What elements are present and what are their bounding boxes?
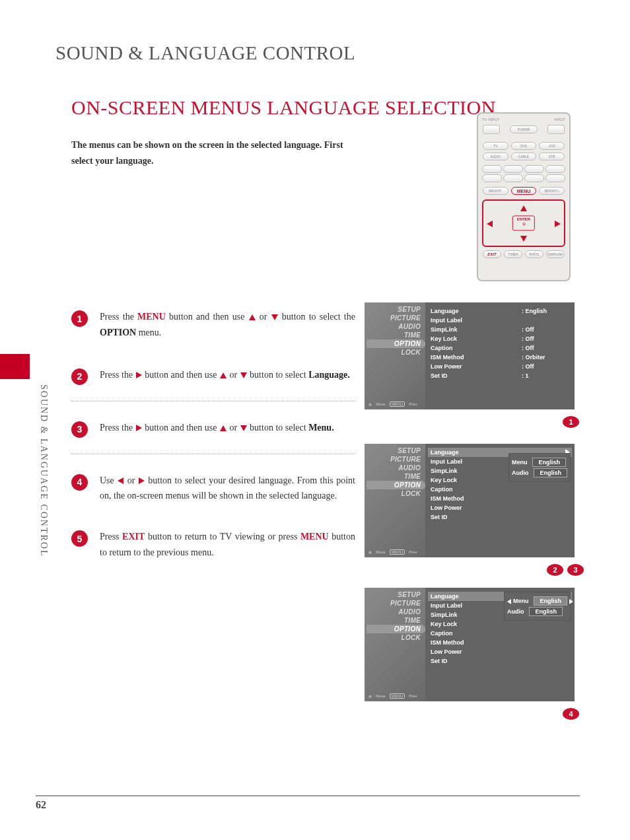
steps-list: 1 Press the MENU button and then use or … [71, 309, 355, 579]
osd-item-language[interactable]: Language [431, 308, 459, 314]
marker-circle: 4 [563, 708, 579, 720]
osd-item-simplink[interactable]: SimpLink [431, 326, 458, 333]
osd-tab-audio[interactable]: AUDIO [367, 464, 423, 472]
osd-tab-audio[interactable]: AUDIO [367, 322, 423, 331]
osd-tab-option[interactable]: OPTION [367, 339, 423, 348]
down-arrow-icon [271, 314, 278, 320]
osd-item-language[interactable]: Language [431, 449, 459, 456]
osd-item-keylock[interactable]: Key Lock [431, 477, 457, 483]
popup-audio-label[interactable]: Audio [507, 608, 524, 615]
remote-exit-button[interactable]: EXIT [483, 250, 501, 258]
remote-transport-stop[interactable] [482, 165, 502, 173]
marker-circle: 3 [567, 564, 584, 576]
osd-tab-setup[interactable]: SETUP [367, 590, 423, 599]
osd-item-inputlabel[interactable]: Input Label [431, 602, 462, 609]
remote-tvinput-button[interactable] [483, 125, 500, 134]
osd-item-keylock[interactable]: Key Lock [431, 621, 457, 627]
remote-dvd-button[interactable]: DVD [511, 142, 537, 150]
osd-item-inputlabel[interactable]: Input Label [431, 317, 462, 324]
osd-tab-setup[interactable]: SETUP [367, 446, 423, 455]
osd-item-caption[interactable]: Caption [431, 630, 453, 637]
osd-item-setid[interactable]: Set ID [431, 514, 448, 520]
osd-tab-lock[interactable]: LOCK [367, 633, 423, 642]
osd-item-keylock[interactable]: Key Lock [431, 335, 457, 342]
osd-tab-option[interactable]: OPTION [367, 481, 423, 489]
remote-power-button[interactable]: POWER [510, 125, 538, 133]
osd3-marker: 4 [563, 707, 579, 720]
osd-content: Language: English Input Label SimpLink: … [425, 302, 575, 409]
osd-tab-picture[interactable]: PICTURE [367, 314, 423, 322]
remote-transport-play[interactable] [503, 165, 523, 173]
osd-item-simplink[interactable]: SimpLink [431, 468, 458, 474]
remote-vcr-button[interactable]: VCR [539, 142, 565, 150]
remote-simplink-button[interactable]: SIMPLINK [546, 250, 565, 258]
osd-value: : English [522, 308, 569, 314]
right-arrow-icon [136, 425, 142, 431]
remote-transport-next[interactable] [545, 174, 565, 182]
popup-audio-label[interactable]: Audio [512, 470, 529, 476]
side-vertical-label: SOUND & LANGUAGE CONTROL [38, 384, 49, 557]
osd-item-lowpower[interactable]: Low Power [431, 648, 462, 655]
remote-audio-button[interactable]: AUDIO [483, 153, 508, 160]
popup-menu-label[interactable]: Menu [512, 459, 528, 466]
remote-timer-button[interactable]: TIMER [504, 250, 522, 258]
remote-transport-rec[interactable] [545, 165, 565, 173]
osd-item-setid[interactable]: Set ID [431, 372, 448, 379]
intro-text: The menus can be shown on the screen in … [71, 137, 355, 169]
remote-menu-button[interactable]: MENU [511, 187, 537, 195]
remote-tv-button[interactable]: TV [483, 142, 508, 150]
right-arrow-icon [139, 477, 145, 484]
osd-item-inputlabel[interactable]: Input Label [431, 458, 462, 465]
osd-item-ism[interactable]: ISM Method [431, 354, 464, 361]
remote-transport-rew[interactable] [503, 174, 523, 182]
step-text: Press the MENU button and then use or bu… [100, 309, 355, 341]
osd-item-language[interactable]: Language [431, 593, 459, 600]
step-number: 3 [71, 421, 88, 438]
osd-item-ism[interactable]: ISM Method [431, 639, 464, 646]
step-number: 1 [71, 310, 88, 327]
remote-transport-ff[interactable] [524, 174, 544, 182]
osd-item-simplink[interactable]: SimpLink [431, 612, 458, 618]
osd-item-lowpower[interactable]: Low Power [431, 505, 462, 511]
remote-input-button[interactable] [547, 125, 565, 134]
osd-item-ism[interactable]: ISM Method [431, 495, 464, 502]
osd-tab-lock[interactable]: LOCK [367, 348, 423, 357]
osd-tab-setup[interactable]: SETUP [367, 305, 423, 314]
osd-content: Language Input Label SimpLink Key Lock C… [425, 444, 575, 557]
step-3: 3 Press the button and then use or butto… [71, 420, 355, 454]
remote-transport-pause[interactable] [524, 165, 544, 173]
remote-brightminus-button[interactable]: BRIGHT- [483, 187, 508, 195]
remote-dpad-left[interactable] [486, 217, 493, 229]
osd-tab-time[interactable]: TIME [367, 616, 423, 625]
osd-sidebar: SETUP PICTURE AUDIO TIME OPTION LOCK ✥Mo… [365, 302, 425, 409]
popup-menu-label[interactable]: Menu [507, 598, 529, 604]
osd-item-setid[interactable]: Set ID [431, 658, 448, 664]
osd-tab-time[interactable]: TIME [367, 331, 423, 339]
remote-transport-prev[interactable] [482, 174, 502, 182]
osd-sidebar: SETUP PICTURE AUDIO TIME OPTION LOCK ✥Mo… [365, 444, 425, 557]
remote-stb-button[interactable]: STB [539, 153, 565, 160]
osd-item-lowpower[interactable]: Low Power [431, 363, 462, 370]
step-number: 4 [71, 474, 88, 491]
osd-tab-picture[interactable]: PICTURE [367, 599, 423, 608]
step-text: Use or button to select your desired lan… [100, 473, 355, 505]
up-arrow-icon [220, 372, 227, 378]
osd-item-caption[interactable]: Caption [431, 486, 453, 493]
remote-ratio-button[interactable]: RATIO [525, 250, 543, 258]
remote-dpad-right[interactable] [554, 217, 561, 229]
remote-dpad-up[interactable] [520, 202, 528, 214]
osd-tab-lock[interactable]: LOCK [367, 489, 423, 498]
step-text: Press the button and then use or button … [100, 420, 355, 438]
remote-cable-button[interactable]: CABLE [511, 153, 537, 160]
osd-tab-audio[interactable]: AUDIO [367, 608, 423, 616]
osd-tab-picture[interactable]: PICTURE [367, 455, 423, 464]
remote-brightplus-button[interactable]: BRIGHT+ [539, 187, 565, 195]
osd-item-caption[interactable]: Caption [431, 345, 453, 351]
popup-menu-value: English [534, 596, 567, 606]
remote-enter-button[interactable]: ENTER ⊙ [512, 215, 535, 230]
osd-tab-option[interactable]: OPTION [367, 625, 423, 633]
step-text: Press the button and then use or button … [100, 367, 355, 385]
osd-tab-time[interactable]: TIME [367, 472, 423, 481]
option-word: OPTION [100, 328, 136, 337]
remote-dpad-down[interactable] [520, 232, 528, 244]
